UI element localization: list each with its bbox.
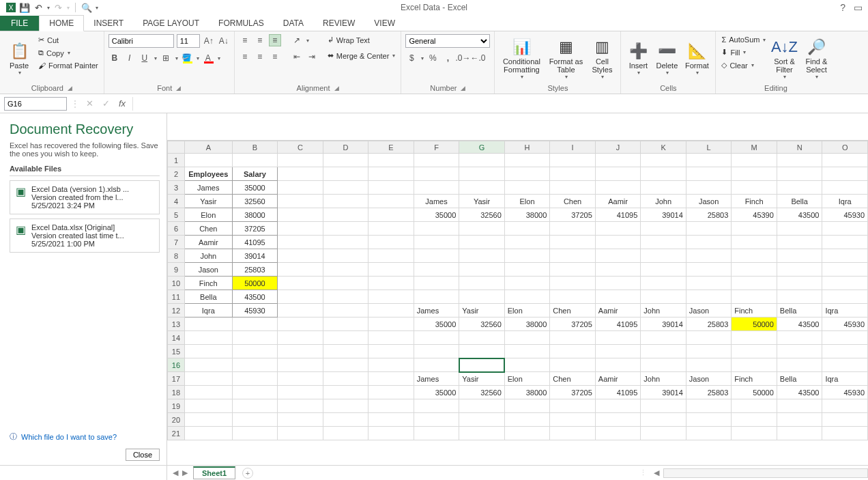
cell-O10[interactable] [822, 277, 868, 290]
format-painter-button[interactable]: 🖌Format Painter [37, 60, 100, 71]
cell-E1[interactable] [368, 154, 414, 167]
cell-F19[interactable] [414, 399, 459, 413]
cell-M17[interactable]: Finch [732, 372, 777, 386]
cell-F12[interactable]: James [414, 304, 459, 317]
cell-F3[interactable] [414, 181, 459, 195]
row-header-11[interactable]: 11 [168, 290, 185, 304]
cell-I18[interactable]: 37205 [550, 386, 596, 399]
cell-A2[interactable]: Employees [184, 167, 232, 181]
cell-B10[interactable]: 50000 [232, 277, 278, 290]
cell-C18[interactable] [278, 386, 323, 399]
tab-insert[interactable]: INSERT [84, 16, 133, 31]
conditional-formatting-button[interactable]: 📊Conditional Formatting▾ [499, 34, 544, 84]
cell-B15[interactable] [232, 345, 278, 358]
cell-J21[interactable] [595, 427, 641, 440]
cell-C3[interactable] [278, 181, 323, 195]
cell-E15[interactable] [368, 345, 414, 358]
cell-B19[interactable] [232, 399, 278, 413]
tab-split-handle[interactable]: ⋮ [639, 468, 647, 477]
format-as-table-button[interactable]: ▦Format as Table▾ [547, 34, 585, 84]
tab-view[interactable]: VIEW [364, 16, 405, 31]
cell-J14[interactable] [595, 331, 641, 345]
row-header-12[interactable]: 12 [168, 304, 185, 317]
cell-L6[interactable] [686, 222, 732, 236]
cell-O14[interactable] [822, 331, 868, 345]
cell-K7[interactable] [641, 236, 686, 249]
cell-F10[interactable] [414, 277, 459, 290]
copy-button[interactable]: ⧉Copy▾ [37, 47, 100, 59]
cell-H17[interactable]: Elon [504, 372, 550, 386]
cell-J6[interactable] [595, 222, 641, 236]
cell-N20[interactable] [777, 413, 822, 427]
cell-I14[interactable] [550, 331, 596, 345]
cell-A13[interactable] [184, 317, 232, 331]
cell-K17[interactable]: John [641, 372, 686, 386]
cell-A14[interactable] [184, 331, 232, 345]
cell-G12[interactable]: Yasir [459, 304, 505, 317]
cell-A3[interactable]: James [184, 181, 232, 195]
print-preview-icon[interactable]: 🔍 [81, 2, 92, 13]
cell-K8[interactable] [641, 249, 686, 263]
cell-M7[interactable] [732, 236, 777, 249]
cell-B5[interactable]: 38000 [232, 208, 278, 222]
tab-page-layout[interactable]: PAGE LAYOUT [133, 16, 209, 31]
cell-M11[interactable] [732, 290, 777, 304]
cell-H5[interactable]: 38000 [504, 208, 550, 222]
cell-N21[interactable] [777, 427, 822, 440]
cell-C10[interactable] [278, 277, 323, 290]
increase-font-icon[interactable]: A↑ [203, 35, 215, 47]
cell-L20[interactable] [686, 413, 732, 427]
cell-E19[interactable] [368, 399, 414, 413]
cell-E2[interactable] [368, 167, 414, 181]
column-header-C[interactable]: C [278, 141, 323, 154]
cell-D19[interactable] [323, 399, 368, 413]
font-launcher-icon[interactable]: ◢ [176, 85, 181, 91]
cell-H4[interactable]: Elon [504, 195, 550, 208]
font-color-button[interactable]: A [202, 52, 214, 64]
cell-N3[interactable] [777, 181, 822, 195]
sheet-tab-sheet1[interactable]: Sheet1 [193, 466, 235, 479]
cell-K9[interactable] [641, 263, 686, 277]
cell-C12[interactable] [278, 304, 323, 317]
row-header-14[interactable]: 14 [168, 331, 185, 345]
cell-J20[interactable] [595, 413, 641, 427]
cell-C17[interactable] [278, 372, 323, 386]
cell-A15[interactable] [184, 345, 232, 358]
comma-format-icon[interactable]: , [442, 52, 454, 64]
cell-E16[interactable] [368, 358, 414, 372]
cell-M12[interactable]: Finch [732, 304, 777, 317]
row-header-7[interactable]: 7 [168, 236, 185, 249]
cell-C21[interactable] [278, 427, 323, 440]
cell-I19[interactable] [550, 399, 596, 413]
cell-M21[interactable] [732, 427, 777, 440]
cell-D10[interactable] [323, 277, 368, 290]
cell-E7[interactable] [368, 236, 414, 249]
cell-K14[interactable] [641, 331, 686, 345]
cell-O9[interactable] [822, 263, 868, 277]
cell-L10[interactable] [686, 277, 732, 290]
cell-F13[interactable]: 35000 [414, 317, 459, 331]
cell-I20[interactable] [550, 413, 596, 427]
cell-I2[interactable] [550, 167, 596, 181]
cell-A12[interactable]: Iqra [184, 304, 232, 317]
cell-I16[interactable] [550, 358, 596, 372]
cell-M20[interactable] [732, 413, 777, 427]
cell-H12[interactable]: Elon [504, 304, 550, 317]
cell-C1[interactable] [278, 154, 323, 167]
row-header-18[interactable]: 18 [168, 386, 185, 399]
cell-H13[interactable]: 38000 [504, 317, 550, 331]
cell-G18[interactable]: 32560 [459, 386, 505, 399]
undo-dropdown-icon[interactable]: ▾ [47, 5, 50, 11]
row-header-5[interactable]: 5 [168, 208, 185, 222]
cell-M14[interactable] [732, 331, 777, 345]
cell-F4[interactable]: James [414, 195, 459, 208]
cell-D3[interactable] [323, 181, 368, 195]
cell-N4[interactable]: Bella [777, 195, 822, 208]
cell-G1[interactable] [459, 154, 505, 167]
cell-G9[interactable] [459, 263, 505, 277]
delete-cells-button[interactable]: ➖Delete▾ [654, 34, 680, 84]
sheet-nav-next-icon[interactable]: ▶ [182, 468, 188, 477]
cell-L18[interactable]: 25803 [686, 386, 732, 399]
cell-N1[interactable] [777, 154, 822, 167]
cell-H9[interactable] [504, 263, 550, 277]
